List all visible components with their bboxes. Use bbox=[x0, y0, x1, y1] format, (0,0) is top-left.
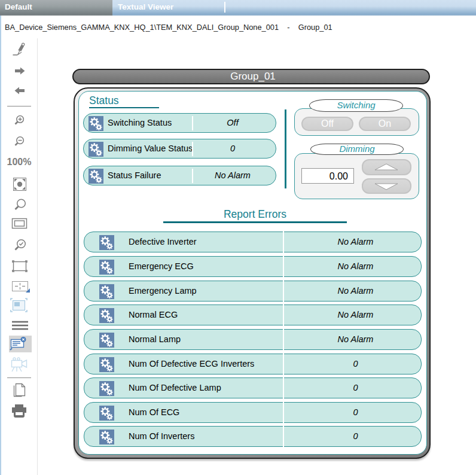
svg-text:100%: 100% bbox=[7, 157, 32, 167]
